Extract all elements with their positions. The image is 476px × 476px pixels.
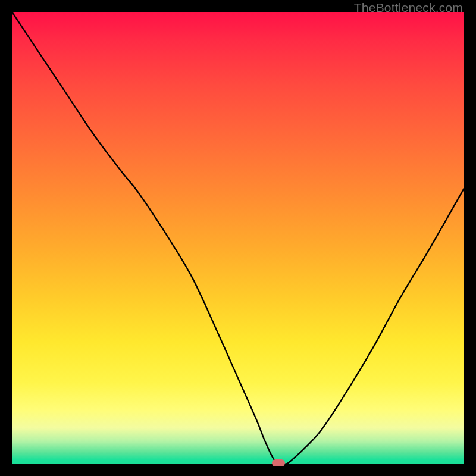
plot-area [12,12,464,464]
bottleneck-curve-path [12,12,464,464]
curve-svg [12,12,464,464]
optimal-marker [272,459,285,466]
chart-stage: TheBottleneck.com [0,0,476,476]
